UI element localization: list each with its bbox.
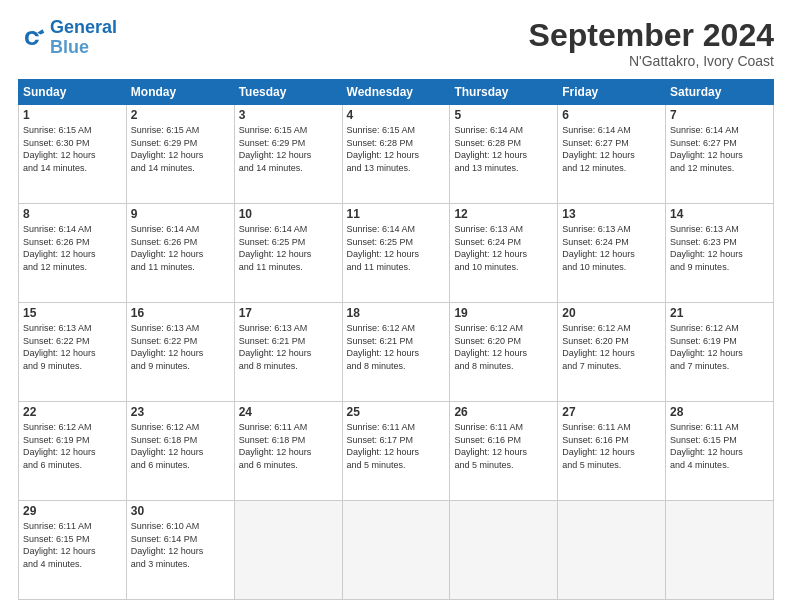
day-number: 30 [131, 504, 230, 518]
day-info: Sunrise: 6:12 AM Sunset: 6:19 PM Dayligh… [670, 322, 769, 372]
calendar-cell: 6Sunrise: 6:14 AM Sunset: 6:27 PM Daylig… [558, 105, 666, 204]
weekday-header-sunday: Sunday [19, 80, 127, 105]
calendar-cell: 25Sunrise: 6:11 AM Sunset: 6:17 PM Dayli… [342, 402, 450, 501]
calendar-cell: 14Sunrise: 6:13 AM Sunset: 6:23 PM Dayli… [666, 204, 774, 303]
week-row-1: 1Sunrise: 6:15 AM Sunset: 6:30 PM Daylig… [19, 105, 774, 204]
calendar-table: SundayMondayTuesdayWednesdayThursdayFrid… [18, 79, 774, 600]
weekday-header-thursday: Thursday [450, 80, 558, 105]
day-info: Sunrise: 6:15 AM Sunset: 6:28 PM Dayligh… [347, 124, 446, 174]
day-info: Sunrise: 6:13 AM Sunset: 6:23 PM Dayligh… [670, 223, 769, 273]
calendar-cell [450, 501, 558, 600]
day-number: 21 [670, 306, 769, 320]
calendar-cell [234, 501, 342, 600]
calendar-cell [666, 501, 774, 600]
logo: General Blue [18, 18, 117, 58]
day-info: Sunrise: 6:13 AM Sunset: 6:21 PM Dayligh… [239, 322, 338, 372]
day-number: 28 [670, 405, 769, 419]
day-info: Sunrise: 6:13 AM Sunset: 6:22 PM Dayligh… [23, 322, 122, 372]
day-info: Sunrise: 6:14 AM Sunset: 6:25 PM Dayligh… [347, 223, 446, 273]
logo-text: General Blue [50, 18, 117, 58]
calendar-cell: 18Sunrise: 6:12 AM Sunset: 6:21 PM Dayli… [342, 303, 450, 402]
day-number: 23 [131, 405, 230, 419]
calendar-cell: 2Sunrise: 6:15 AM Sunset: 6:29 PM Daylig… [126, 105, 234, 204]
day-info: Sunrise: 6:10 AM Sunset: 6:14 PM Dayligh… [131, 520, 230, 570]
calendar-cell: 28Sunrise: 6:11 AM Sunset: 6:15 PM Dayli… [666, 402, 774, 501]
week-row-5: 29Sunrise: 6:11 AM Sunset: 6:15 PM Dayli… [19, 501, 774, 600]
day-number: 19 [454, 306, 553, 320]
day-number: 11 [347, 207, 446, 221]
day-number: 15 [23, 306, 122, 320]
calendar-cell: 30Sunrise: 6:10 AM Sunset: 6:14 PM Dayli… [126, 501, 234, 600]
calendar-cell: 22Sunrise: 6:12 AM Sunset: 6:19 PM Dayli… [19, 402, 127, 501]
calendar-cell [342, 501, 450, 600]
calendar-cell: 24Sunrise: 6:11 AM Sunset: 6:18 PM Dayli… [234, 402, 342, 501]
day-number: 1 [23, 108, 122, 122]
day-info: Sunrise: 6:15 AM Sunset: 6:30 PM Dayligh… [23, 124, 122, 174]
day-number: 24 [239, 405, 338, 419]
day-info: Sunrise: 6:12 AM Sunset: 6:19 PM Dayligh… [23, 421, 122, 471]
day-number: 18 [347, 306, 446, 320]
day-info: Sunrise: 6:11 AM Sunset: 6:16 PM Dayligh… [562, 421, 661, 471]
calendar-cell: 15Sunrise: 6:13 AM Sunset: 6:22 PM Dayli… [19, 303, 127, 402]
calendar-cell: 16Sunrise: 6:13 AM Sunset: 6:22 PM Dayli… [126, 303, 234, 402]
calendar-cell: 3Sunrise: 6:15 AM Sunset: 6:29 PM Daylig… [234, 105, 342, 204]
day-info: Sunrise: 6:14 AM Sunset: 6:27 PM Dayligh… [562, 124, 661, 174]
calendar-cell: 19Sunrise: 6:12 AM Sunset: 6:20 PM Dayli… [450, 303, 558, 402]
calendar-page: General Blue September 2024 N'Gattakro, … [0, 0, 792, 612]
day-info: Sunrise: 6:11 AM Sunset: 6:16 PM Dayligh… [454, 421, 553, 471]
day-info: Sunrise: 6:15 AM Sunset: 6:29 PM Dayligh… [131, 124, 230, 174]
day-number: 13 [562, 207, 661, 221]
day-number: 26 [454, 405, 553, 419]
weekday-header-monday: Monday [126, 80, 234, 105]
day-info: Sunrise: 6:13 AM Sunset: 6:22 PM Dayligh… [131, 322, 230, 372]
calendar-cell: 20Sunrise: 6:12 AM Sunset: 6:20 PM Dayli… [558, 303, 666, 402]
day-info: Sunrise: 6:14 AM Sunset: 6:25 PM Dayligh… [239, 223, 338, 273]
day-number: 25 [347, 405, 446, 419]
calendar-cell [558, 501, 666, 600]
day-info: Sunrise: 6:14 AM Sunset: 6:28 PM Dayligh… [454, 124, 553, 174]
day-number: 29 [23, 504, 122, 518]
weekday-header-row: SundayMondayTuesdayWednesdayThursdayFrid… [19, 80, 774, 105]
calendar-cell: 23Sunrise: 6:12 AM Sunset: 6:18 PM Dayli… [126, 402, 234, 501]
calendar-cell: 13Sunrise: 6:13 AM Sunset: 6:24 PM Dayli… [558, 204, 666, 303]
day-number: 17 [239, 306, 338, 320]
day-number: 12 [454, 207, 553, 221]
calendar-cell: 5Sunrise: 6:14 AM Sunset: 6:28 PM Daylig… [450, 105, 558, 204]
day-number: 2 [131, 108, 230, 122]
week-row-3: 15Sunrise: 6:13 AM Sunset: 6:22 PM Dayli… [19, 303, 774, 402]
day-info: Sunrise: 6:14 AM Sunset: 6:26 PM Dayligh… [23, 223, 122, 273]
calendar-cell: 7Sunrise: 6:14 AM Sunset: 6:27 PM Daylig… [666, 105, 774, 204]
weekday-header-tuesday: Tuesday [234, 80, 342, 105]
day-info: Sunrise: 6:12 AM Sunset: 6:20 PM Dayligh… [562, 322, 661, 372]
day-number: 4 [347, 108, 446, 122]
day-info: Sunrise: 6:12 AM Sunset: 6:20 PM Dayligh… [454, 322, 553, 372]
day-info: Sunrise: 6:15 AM Sunset: 6:29 PM Dayligh… [239, 124, 338, 174]
day-info: Sunrise: 6:14 AM Sunset: 6:26 PM Dayligh… [131, 223, 230, 273]
weekday-header-friday: Friday [558, 80, 666, 105]
calendar-cell: 12Sunrise: 6:13 AM Sunset: 6:24 PM Dayli… [450, 204, 558, 303]
day-number: 5 [454, 108, 553, 122]
day-info: Sunrise: 6:14 AM Sunset: 6:27 PM Dayligh… [670, 124, 769, 174]
day-info: Sunrise: 6:13 AM Sunset: 6:24 PM Dayligh… [562, 223, 661, 273]
day-info: Sunrise: 6:12 AM Sunset: 6:18 PM Dayligh… [131, 421, 230, 471]
title-block: September 2024 N'Gattakro, Ivory Coast [529, 18, 774, 69]
calendar-cell: 8Sunrise: 6:14 AM Sunset: 6:26 PM Daylig… [19, 204, 127, 303]
week-row-4: 22Sunrise: 6:12 AM Sunset: 6:19 PM Dayli… [19, 402, 774, 501]
calendar-cell: 4Sunrise: 6:15 AM Sunset: 6:28 PM Daylig… [342, 105, 450, 204]
day-info: Sunrise: 6:11 AM Sunset: 6:15 PM Dayligh… [23, 520, 122, 570]
calendar-cell: 11Sunrise: 6:14 AM Sunset: 6:25 PM Dayli… [342, 204, 450, 303]
calendar-cell: 9Sunrise: 6:14 AM Sunset: 6:26 PM Daylig… [126, 204, 234, 303]
calendar-cell: 17Sunrise: 6:13 AM Sunset: 6:21 PM Dayli… [234, 303, 342, 402]
calendar-subtitle: N'Gattakro, Ivory Coast [529, 53, 774, 69]
day-number: 10 [239, 207, 338, 221]
day-number: 22 [23, 405, 122, 419]
logo-icon [18, 24, 46, 52]
day-info: Sunrise: 6:11 AM Sunset: 6:17 PM Dayligh… [347, 421, 446, 471]
day-number: 27 [562, 405, 661, 419]
header: General Blue September 2024 N'Gattakro, … [18, 18, 774, 69]
day-number: 3 [239, 108, 338, 122]
week-row-2: 8Sunrise: 6:14 AM Sunset: 6:26 PM Daylig… [19, 204, 774, 303]
day-number: 7 [670, 108, 769, 122]
day-number: 14 [670, 207, 769, 221]
day-number: 20 [562, 306, 661, 320]
